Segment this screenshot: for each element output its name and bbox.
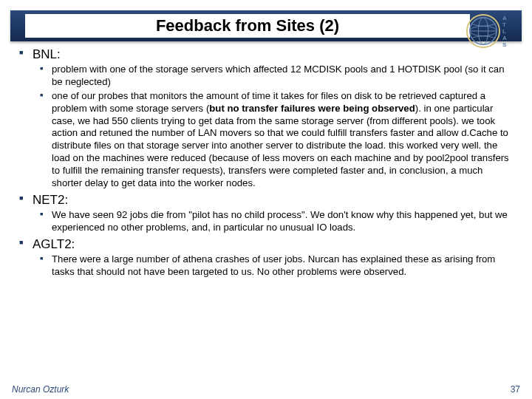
section-net2: NET2: We have seen 92 jobs die from "pil…: [18, 193, 514, 234]
list-item: We have seen 92 jobs die from "pilot has…: [33, 209, 514, 234]
text-run: ). in one particular case, we had 550 cl…: [52, 103, 509, 188]
list-item: There were a large number of athena cras…: [33, 253, 514, 279]
logo-letter: L: [502, 28, 507, 35]
logo-letter: T: [502, 21, 507, 28]
logo-letter: A: [502, 15, 507, 21]
atlas-logo: A T L A S: [466, 13, 516, 49]
bullet-list: BNL: problem with one of the storage ser…: [18, 47, 514, 278]
logo-letter: A: [502, 35, 507, 41]
slide: Feedback from Sites (2) A T L A S: [0, 0, 532, 399]
section-heading: NET2:: [33, 193, 68, 207]
list-item: one of our probes that monitors the amou…: [33, 90, 514, 190]
section-aglt2: AGLT2: There were a large number of athe…: [18, 237, 514, 279]
slide-body: BNL: problem with one of the storage ser…: [18, 47, 514, 378]
section-bnl: BNL: problem with one of the storage ser…: [18, 47, 514, 190]
slide-title: Feedback from Sites (2): [25, 14, 470, 38]
footer: Nurcan Ozturk 37: [12, 384, 520, 395]
section-heading: AGLT2:: [33, 237, 75, 251]
logo-letters: A T L A S: [502, 15, 507, 48]
title-bar: Feedback from Sites (2) A T L A S: [10, 10, 522, 41]
page-number: 37: [511, 384, 520, 395]
text-bold: but no transfer failures were being obse…: [209, 103, 415, 114]
globe-icon: [466, 13, 501, 49]
section-heading: BNL:: [33, 47, 61, 61]
author-name: Nurcan Ozturk: [12, 384, 69, 395]
list-item: problem with one of the storage servers …: [33, 64, 514, 89]
